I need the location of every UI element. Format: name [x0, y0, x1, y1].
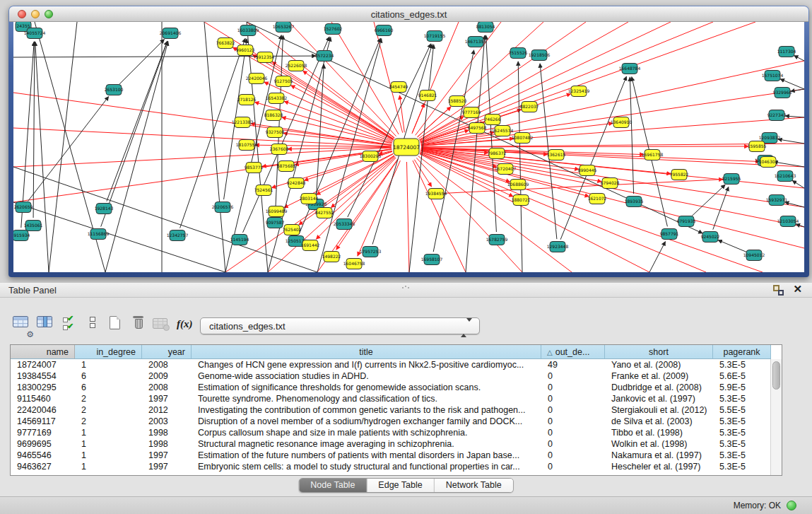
graph-edge[interactable]	[13, 202, 225, 272]
graph-node[interactable]: 3915934	[13, 230, 30, 241]
table-row[interactable]: 1830029562008Estimation of significance …	[11, 382, 770, 393]
graph-edge[interactable]	[433, 50, 473, 252]
graph-node[interactable]: 6791935	[677, 216, 696, 227]
graph-node[interactable]: 12103054	[777, 216, 799, 227]
graph-node[interactable]: 16210643	[775, 171, 796, 182]
graph-node[interactable]: 13640910	[611, 117, 632, 128]
function-builder-button[interactable]: f(x)	[177, 318, 195, 337]
table-row[interactable]: 1456911722003Disruption of a novel membe…	[11, 416, 770, 427]
graph-node[interactable]: 16961758	[642, 150, 664, 160]
graph-node[interactable]: 1691442	[301, 240, 320, 251]
graph-edge[interactable]	[444, 180, 723, 194]
table-row[interactable]: 946362711997Embryonic stem cells: a mode…	[11, 461, 770, 472]
column-visibility-button[interactable]	[37, 316, 55, 335]
column-header-year[interactable]: year	[142, 345, 192, 359]
graph-edge[interactable]	[420, 154, 649, 272]
graph-node[interactable]: 6966160	[375, 25, 394, 36]
graph-edge[interactable]	[794, 56, 804, 62]
graph-edge[interactable]	[778, 139, 804, 144]
graph-edge[interactable]	[692, 185, 725, 216]
graph-node[interactable]: 8990445	[578, 165, 597, 176]
graph-edge[interactable]	[35, 42, 49, 272]
column-header-short[interactable]: short	[605, 345, 713, 359]
graph-node[interactable]: 9097587	[266, 218, 285, 228]
graph-edge[interactable]	[421, 148, 760, 162]
graph-edge[interactable]	[649, 242, 666, 272]
graph-edge[interactable]	[276, 35, 283, 215]
graph-node[interactable]: 9857791	[660, 229, 679, 240]
graph-node[interactable]: 15932971	[766, 195, 788, 206]
column-header-name[interactable]: name	[11, 345, 75, 359]
graph-node[interactable]: 2803144	[300, 194, 319, 204]
graph-node[interactable]: 1621072	[588, 194, 607, 204]
graph-edge[interactable]	[180, 38, 246, 228]
graph-node[interactable]: 8215955	[722, 174, 741, 185]
graph-node[interactable]: 12342757	[167, 230, 189, 241]
graph-node[interactable]: 16099489	[266, 206, 288, 217]
graph-node[interactable]: 2620659	[14, 202, 33, 213]
graph-node[interactable]: 22420046	[246, 74, 268, 84]
graph-node[interactable]: 18300295	[360, 151, 382, 162]
graph-edge[interactable]	[713, 187, 729, 229]
graph-node[interactable]: 5875685	[277, 161, 296, 172]
graph-node[interactable]: 1498222	[322, 252, 341, 262]
graph-node[interactable]: 1880721	[512, 195, 531, 206]
graph-node[interactable]: 5912354	[256, 52, 275, 63]
graph-node[interactable]: 12213383	[232, 117, 254, 128]
float-panel-icon[interactable]	[773, 285, 784, 296]
minimize-window-icon[interactable]	[31, 10, 40, 18]
graph-node[interactable]: 14671355	[465, 37, 487, 47]
graph-node[interactable]: 7663822	[216, 38, 235, 49]
graph-edge[interactable]	[718, 240, 747, 252]
graph-node[interactable]: 1588520	[448, 96, 467, 107]
graph-edge[interactable]	[785, 116, 804, 117]
table-row[interactable]: 1872400712008Changes of HCN gene express…	[11, 359, 770, 370]
column-header-title[interactable]: title	[192, 345, 541, 359]
graph-node[interactable]: 7524561	[254, 185, 273, 196]
graph-node[interactable]: 20691406	[160, 28, 182, 39]
graph-node[interactable]: 8822037	[520, 102, 539, 112]
column-header-indegree[interactable]: in_degree	[75, 345, 142, 359]
graph-edge[interactable]	[336, 159, 398, 250]
graph-node[interactable]: 9242848	[287, 178, 306, 189]
scrollbar-thumb[interactable]	[772, 361, 780, 390]
graph-node[interactable]: 7986372	[488, 148, 507, 159]
graph-node[interactable]: 15751074	[762, 71, 784, 81]
graph-node[interactable]: 1435061	[24, 221, 43, 231]
graph-node[interactable]: 16245574	[492, 126, 514, 136]
graph-node[interactable]: 25226058	[286, 61, 307, 71]
graph-node[interactable]: 9329966	[773, 88, 792, 98]
graph-node[interactable]: 8813054	[476, 22, 495, 33]
graph-node[interactable]: 16782759	[486, 235, 508, 245]
graph-node[interactable]: 1145194	[230, 235, 249, 245]
graph-edge[interactable]	[420, 151, 804, 248]
graph-edge[interactable]	[560, 76, 626, 240]
network-canvas[interactable]: 2435514055724206914061603380910653267152…	[13, 22, 804, 272]
table-row[interactable]: 911546021997Tourette syndrome. Phenomeno…	[11, 393, 770, 404]
graph-node[interactable]: 8454749	[389, 82, 408, 93]
graph-node[interactable]: 9853771	[245, 163, 264, 173]
graph-node[interactable]: 2367608	[270, 144, 289, 155]
graph-edge[interactable]	[233, 47, 393, 140]
table-row[interactable]: 1938455462009Genome-wide association stu…	[11, 370, 770, 382]
graph-node[interactable]: 6794028	[601, 178, 620, 189]
graph-node[interactable]: 9327508	[266, 127, 285, 138]
graph-node[interactable]: 2718126	[237, 95, 257, 105]
graph-node[interactable]: 9127505	[274, 76, 293, 87]
graph-node[interactable]: 12325419	[568, 86, 590, 97]
graph-node[interactable]: 10688609	[507, 180, 529, 190]
graph-node[interactable]: 746266	[485, 115, 501, 125]
graph-node[interactable]: 9245022	[701, 232, 720, 243]
graph-node[interactable]: 16033809	[237, 25, 259, 36]
graph-edge[interactable]	[107, 41, 167, 201]
table-row[interactable]: 969969511998Structural magnetic resonanc…	[11, 438, 770, 450]
select-all-rows-button[interactable]: ✔ ✔	[63, 316, 81, 335]
graph-node[interactable]: 1928143	[95, 204, 114, 214]
graph-hub-node[interactable]: 18724007	[393, 139, 420, 156]
graph-edge[interactable]	[630, 77, 633, 194]
graph-node[interactable]: 10807482	[512, 133, 534, 144]
graph-node[interactable]: 19384554	[425, 189, 447, 199]
graph-node[interactable]: 11156869	[88, 229, 110, 240]
graph-node[interactable]: 8186328	[264, 110, 283, 121]
graph-node[interactable]: 20533346	[334, 219, 355, 230]
